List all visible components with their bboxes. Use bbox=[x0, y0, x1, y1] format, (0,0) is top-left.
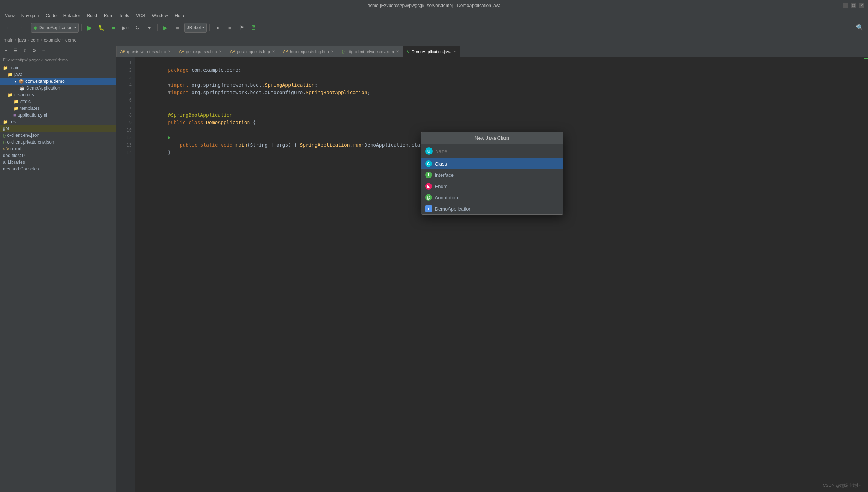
stop-btn[interactable]: ■ bbox=[224, 22, 235, 33]
more-button[interactable]: ▼ bbox=[144, 22, 155, 33]
back-button[interactable]: ← bbox=[3, 22, 13, 33]
tree-item-java[interactable]: 📁 java bbox=[0, 71, 116, 78]
tree-item-env-json[interactable]: {} o-client.env.json bbox=[0, 132, 116, 139]
tab-close-get[interactable]: ✕ bbox=[219, 49, 222, 54]
dialog-item-enum[interactable]: E Enum bbox=[421, 181, 563, 192]
dialog-input-icon: C bbox=[425, 147, 433, 155]
sidebar-add-btn[interactable]: + bbox=[2, 46, 10, 55]
menu-window[interactable]: Window bbox=[149, 12, 171, 19]
sidebar-path: F:\vuetest\pw\pwgcgk_server\demo bbox=[0, 56, 116, 64]
debug-button[interactable]: 🐛 bbox=[96, 22, 107, 33]
sidebar-collapse-btn[interactable]: − bbox=[39, 46, 48, 55]
sidebar-settings-btn[interactable]: ⚙ bbox=[30, 46, 38, 55]
profile-button[interactable]: ▶○ bbox=[120, 22, 131, 33]
close-button[interactable]: ✕ bbox=[859, 3, 864, 8]
jrebel-run[interactable]: ▶ bbox=[160, 22, 171, 33]
java-file-icon: ☕ bbox=[19, 86, 25, 91]
tab-http-log[interactable]: AP http-requests-log.http ✕ bbox=[279, 46, 338, 57]
tree-item-private-env-json[interactable]: {} o-client.private.env.json bbox=[0, 139, 116, 145]
dialog-item-annotation[interactable]: @ Annotation bbox=[421, 192, 563, 203]
breadcrumb-main[interactable]: main bbox=[4, 37, 13, 43]
menu-view[interactable]: View bbox=[2, 12, 18, 19]
toolbar-sep-4 bbox=[209, 24, 210, 31]
java-folder-icon: 📁 bbox=[7, 72, 13, 77]
tree-item-com-example-demo[interactable]: ▼ 📦 com.example.demo bbox=[0, 78, 116, 85]
coverage-button[interactable]: ■ bbox=[108, 22, 119, 33]
dialog-item-class[interactable]: C Class bbox=[421, 158, 563, 169]
breadcrumb-example[interactable]: example bbox=[44, 37, 61, 43]
tab-http-client-env[interactable]: {} http-client.private.env.json ✕ bbox=[338, 46, 403, 57]
menu-refactor[interactable]: Refactor bbox=[60, 12, 83, 19]
tab-close-quests[interactable]: ✕ bbox=[168, 49, 171, 54]
tree-item-consoles[interactable]: nes and Consoles bbox=[0, 166, 116, 172]
sidebar-expand-btn[interactable]: ⇕ bbox=[21, 46, 29, 55]
breadcrumb: main › java › com › example › demo bbox=[0, 35, 868, 45]
class-icon: C bbox=[425, 160, 432, 167]
dialog-input-row: C bbox=[421, 144, 563, 158]
expand-icon: ▼ bbox=[13, 79, 17, 84]
dialog-name-input[interactable] bbox=[436, 148, 559, 154]
reload-button[interactable]: ↻ bbox=[132, 22, 143, 33]
resources-folder-icon: 📁 bbox=[7, 93, 13, 97]
tree-item-ded-files[interactable]: ded files: 9 bbox=[0, 152, 116, 159]
toolbar: ← → ◆ DemoApplication ▾ ▶ 🐛 ■ ▶○ ↻ ▼ ▶ ■… bbox=[0, 20, 868, 35]
breadcrumb-demo[interactable]: demo bbox=[65, 37, 76, 43]
json-private-icon: {} bbox=[3, 140, 6, 144]
jrebel-stop[interactable]: ■ bbox=[172, 22, 183, 33]
build-btn[interactable]: ● bbox=[212, 22, 223, 33]
tree-item-test[interactable]: 📁 test bbox=[0, 118, 116, 125]
tab-get-requests[interactable]: AP get-requests.http ✕ bbox=[175, 46, 226, 57]
menu-help[interactable]: Help bbox=[172, 12, 187, 19]
tree-item-templates[interactable]: 📁 templates bbox=[0, 105, 116, 112]
test-folder-icon: 📁 bbox=[3, 120, 8, 124]
xml-icon: </> bbox=[3, 147, 9, 151]
tree-item-demo-application[interactable]: ☕ DemoApplication bbox=[0, 85, 116, 91]
tab-close-post[interactable]: ✕ bbox=[272, 49, 275, 54]
sidebar-list-btn[interactable]: ☰ bbox=[11, 46, 19, 55]
menu-tools[interactable]: Tools bbox=[116, 12, 132, 19]
dialog-backdrop: New Java Class C C Class I Interface bbox=[116, 57, 868, 492]
window-controls: — □ ✕ bbox=[843, 3, 864, 8]
tab-quests-with-tests[interactable]: AP quests-with-tests.http ✕ bbox=[116, 46, 175, 57]
minimize-button[interactable]: — bbox=[843, 3, 848, 8]
toolbar-sep-2 bbox=[81, 24, 82, 31]
maximize-button[interactable]: □ bbox=[851, 3, 856, 8]
tree-item-application-yml[interactable]: ■ application.yml bbox=[0, 112, 116, 118]
breadcrumb-java[interactable]: java bbox=[18, 37, 26, 43]
menu-code[interactable]: Code bbox=[43, 12, 60, 19]
menu-vcs[interactable]: VCS bbox=[133, 12, 148, 19]
breadcrumb-com[interactable]: com bbox=[31, 37, 39, 43]
sidebar-toolbar: + ☰ ⇕ ⚙ − bbox=[0, 45, 116, 56]
yml-icon: ■ bbox=[13, 113, 16, 117]
config-dropdown[interactable]: ◆ DemoApplication ▾ bbox=[31, 23, 79, 33]
menu-navigate[interactable]: Navigate bbox=[18, 12, 42, 19]
tree-item-libraries[interactable]: al Libraries bbox=[0, 159, 116, 166]
tab-demo-application[interactable]: C DemoApplication.java ✕ bbox=[403, 46, 461, 57]
menu-build[interactable]: Build bbox=[84, 12, 100, 19]
tab-close-log[interactable]: ✕ bbox=[331, 49, 334, 54]
file-tree: 📁 main 📁 java ▼ 📦 com.example.demo ☕ Dem… bbox=[0, 64, 116, 492]
run-button[interactable]: ▶ bbox=[84, 22, 95, 33]
tab-close-demo[interactable]: ✕ bbox=[453, 49, 456, 54]
search-btn[interactable]: 🔍 bbox=[855, 22, 865, 33]
dialog-item-interface[interactable]: I Interface bbox=[421, 169, 563, 181]
tab-close-env[interactable]: ✕ bbox=[396, 49, 399, 54]
tab-post-requests[interactable]: AP post-requests.http ✕ bbox=[226, 46, 279, 57]
json-icon: {} bbox=[3, 133, 6, 138]
main-layout: + ☰ ⇕ ⚙ − F:\vuetest\pw\pwgcgk_server\de… bbox=[0, 45, 868, 492]
tree-item-get[interactable]: get bbox=[0, 125, 116, 132]
code-editor[interactable]: 1 2 3 4 5 6 7 8 9 10 12 13 14 package co… bbox=[116, 57, 868, 492]
title-bar: demo [F:\vuetest\pw\pwgcgk_server\demo] … bbox=[0, 0, 868, 11]
jrebel-dropdown[interactable]: JRebel ▾ bbox=[184, 23, 207, 33]
bookmark-btn[interactable]: ⚑ bbox=[236, 22, 247, 33]
package-icon: 📦 bbox=[19, 79, 24, 84]
tree-item-static[interactable]: 📁 static bbox=[0, 98, 116, 105]
menu-run[interactable]: Run bbox=[101, 12, 115, 19]
editor-area: AP quests-with-tests.http ✕ AP get-reque… bbox=[116, 45, 868, 492]
tree-item-resources[interactable]: 📁 resources bbox=[0, 91, 116, 98]
dialog-item-demo-application[interactable]: ♦ DemoApplication bbox=[421, 203, 563, 214]
tree-item-xml[interactable]: </> n.xml bbox=[0, 145, 116, 152]
translate-btn[interactable]: 🖹 bbox=[248, 22, 259, 33]
tree-item-main[interactable]: 📁 main bbox=[0, 64, 116, 71]
forward-button[interactable]: → bbox=[15, 22, 25, 33]
